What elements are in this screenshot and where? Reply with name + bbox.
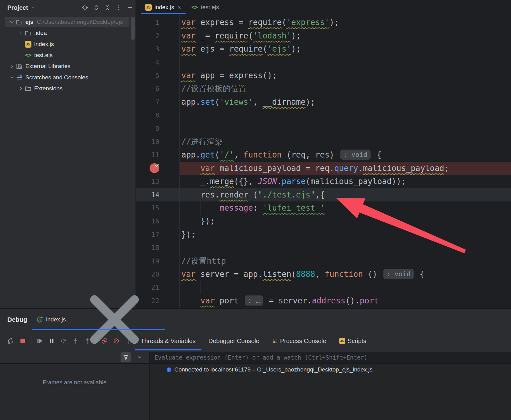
rerun-button[interactable] — [7, 338, 14, 344]
project-tree: ejsC:\Users\baozhongqi\Desktop\ejs.ideaJ… — [0, 16, 134, 94]
line-number[interactable]: 11 — [136, 148, 159, 161]
debug-panel-title: Debug — [7, 316, 27, 323]
mute-breakpoints-button[interactable] — [113, 338, 120, 344]
frames-toolbar — [0, 352, 150, 363]
close-icon[interactable] — [177, 5, 182, 10]
line-number[interactable]: 16 — [136, 215, 159, 228]
debug-tab-label: Process Console — [280, 338, 326, 345]
chevron-placeholder — [17, 42, 25, 47]
editor-tab-test-ejs[interactable]: <>test.ejs — [187, 0, 223, 14]
code-line[interactable]: message: 'lufei test ' — [181, 201, 325, 215]
step-into-button[interactable] — [72, 338, 79, 344]
indent-guide — [201, 281, 201, 294]
expand-all-icon[interactable] — [93, 5, 99, 11]
chevron-right-icon[interactable] — [17, 30, 25, 36]
code-line[interactable]: var server = app.listen(8888, function (… — [181, 268, 424, 281]
step-over-button[interactable] — [60, 338, 67, 344]
debug-tab-debugger-console[interactable]: Debugger Console — [202, 330, 266, 352]
line-number[interactable]: 14 — [136, 188, 159, 201]
tree-item-scratches-and-consoles[interactable]: Scratches and Consoles — [0, 72, 134, 83]
console-message-row: Connected to localhost:61179 – C:_Users_… — [166, 366, 372, 373]
info-icon — [166, 367, 172, 372]
tree-item-extensions[interactable]: Extensions — [0, 83, 134, 94]
code-line[interactable]: var express = require('express'); — [181, 16, 339, 29]
stop-button[interactable] — [19, 338, 26, 344]
collapse-all-icon[interactable] — [104, 5, 111, 11]
debug-tab-process-console[interactable]: Process Console — [266, 330, 333, 352]
code-line[interactable]: var app = express(); — [181, 69, 277, 82]
debug-tab-threads-variables[interactable]: Threads & Variables — [134, 330, 202, 352]
hide-icon[interactable] — [127, 5, 133, 11]
js-icon: JS — [25, 41, 31, 48]
verified-breakpoint-icon[interactable] — [150, 163, 159, 173]
chevron-placeholder — [17, 52, 25, 58]
line-number[interactable]: 1 — [136, 16, 159, 29]
chevron-right-icon[interactable] — [8, 63, 16, 69]
tree-item-external-libraries[interactable]: External Libraries — [0, 61, 134, 72]
console-message: Connected to localhost:61179 – C:_Users_… — [174, 366, 372, 373]
debug-tab-label: Threads & Variables — [141, 338, 196, 345]
debug-session-tab-label: index.js — [46, 316, 66, 323]
step-out-button[interactable] — [84, 338, 91, 344]
line-number[interactable]: 15 — [136, 201, 159, 215]
locate-icon[interactable] — [82, 5, 88, 11]
tree-item-path: C:\Users\baozhongqi\Desktop\ejs — [37, 19, 123, 25]
editor-tab-label: index.js — [154, 4, 174, 11]
tree-item-index-js[interactable]: JSindex.js — [0, 39, 134, 50]
line-number[interactable]: 6 — [136, 82, 159, 95]
code-line[interactable]: var port : … = server.address().port — [181, 294, 379, 307]
debug-tab-scripts[interactable]: JSScripts — [333, 330, 373, 352]
line-number[interactable]: 10 — [136, 135, 159, 148]
code-line[interactable]: //设置模板的位置 — [181, 82, 246, 95]
code-line[interactable]: app.set('views', __dirname); — [181, 96, 315, 109]
line-number[interactable]: 3 — [136, 42, 159, 56]
more-button[interactable] — [125, 338, 132, 344]
tree-item-idea[interactable]: .idea — [0, 27, 134, 38]
tree-item-ejs-root[interactable]: ejsC:\Users\baozhongqi\Desktop\ejs — [0, 16, 134, 27]
code-line[interactable]: app.get('/', function (req, res) : void … — [181, 148, 381, 161]
line-number[interactable]: 9 — [136, 122, 159, 135]
frames-placeholder: Frames are not available — [0, 379, 149, 386]
code-line[interactable]: }); — [181, 215, 215, 228]
code-editor[interactable]: 1var express = require('express');2var _… — [136, 14, 511, 308]
code-line[interactable]: _.merge({}, JSON.parse(malicious_payload… — [181, 175, 406, 188]
pause-button[interactable] — [48, 338, 55, 344]
chevron-right-icon[interactable] — [17, 86, 25, 91]
more-icon[interactable] — [116, 5, 122, 11]
view-breakpoints-button[interactable] — [101, 338, 108, 344]
line-number[interactable]: 17 — [136, 228, 159, 241]
tree-item-label: test.ejs — [34, 52, 53, 59]
line-number[interactable]: 13 — [136, 175, 159, 188]
chevron-down-icon[interactable] — [8, 75, 16, 80]
line-number[interactable]: 19 — [136, 255, 159, 268]
evaluate-expression-input[interactable]: Evaluate expression (Enter) or add a wat… — [150, 352, 511, 363]
line-number[interactable]: 2 — [136, 29, 159, 42]
tree-item-label: Extensions — [34, 85, 63, 92]
code-line[interactable]: var _= require('lodash'); — [181, 29, 301, 42]
tree-item-test-ejs[interactable]: <>test.ejs — [0, 50, 134, 61]
project-scrollbar-thumb[interactable] — [131, 17, 135, 40]
chevron-down-icon[interactable] — [8, 19, 16, 25]
editor-tab-index-js[interactable]: JSindex.js — [140, 0, 187, 14]
folder-icon — [25, 85, 31, 92]
line-number[interactable]: 7 — [136, 96, 159, 109]
inline-type-hint: : void — [340, 150, 371, 160]
chevron-down-icon[interactable] — [137, 354, 143, 360]
console-icon — [272, 338, 278, 344]
code-line[interactable]: var ejs = require('ejs'); — [181, 42, 301, 56]
line-number[interactable]: 8 — [136, 109, 159, 122]
code-line[interactable]: res.render ("./test.ejs",{ — [181, 188, 325, 201]
line-number[interactable]: 5 — [136, 69, 159, 82]
code-line[interactable]: //设置http — [181, 255, 226, 268]
debug-tab-label: Debugger Console — [208, 338, 259, 345]
code-line[interactable]: var malicious_payload = req.query.malici… — [181, 162, 449, 175]
resume-button[interactable] — [36, 338, 43, 344]
chevron-down-icon[interactable] — [30, 5, 36, 10]
debug-session-tab[interactable]: JS index.js — [31, 309, 165, 330]
code-line[interactable]: }); — [181, 228, 196, 241]
code-line[interactable]: //进行渲染 — [181, 135, 223, 148]
line-number[interactable]: 18 — [136, 241, 159, 254]
filter-button[interactable] — [121, 352, 131, 362]
svg-text:JS: JS — [38, 318, 41, 321]
line-number[interactable]: 4 — [136, 56, 159, 69]
